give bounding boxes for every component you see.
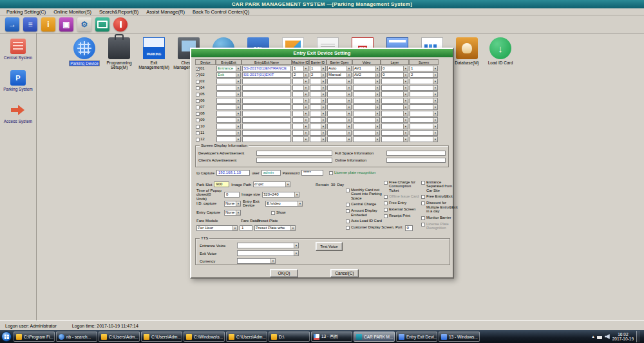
- barrier-id-select[interactable]: ▾: [310, 91, 326, 97]
- machine-id-select[interactable]: ▾: [292, 111, 308, 116]
- device-checkbox[interactable]: [196, 86, 200, 90]
- video-select[interactable]: ▾: [353, 85, 380, 91]
- layer-select[interactable]: ▾: [381, 85, 408, 91]
- network-icon[interactable]: [597, 334, 602, 339]
- chevron-down-icon[interactable]: ▾: [346, 111, 351, 116]
- start-button[interactable]: [1, 331, 12, 342]
- taskbar-item[interactable]: Entry Exit Devi...: [396, 331, 437, 342]
- machine-id-select[interactable]: 2▾: [292, 72, 308, 78]
- chevron-down-icon[interactable]: ▾: [346, 105, 351, 109]
- barrier-open-select[interactable]: ▾: [327, 91, 352, 97]
- entry-exit-name-input[interactable]: [242, 130, 291, 136]
- barrier-open-select[interactable]: ▾: [327, 79, 352, 84]
- chevron-down-icon[interactable]: ▾: [433, 131, 437, 135]
- chevron-down-icon[interactable]: ▾: [321, 137, 325, 142]
- menu-online-monitor-s[interactable]: Online Monitor(S): [50, 9, 95, 15]
- id-capture-select[interactable]: None▾: [224, 201, 241, 207]
- offline-issue-card-checkbox[interactable]: [384, 195, 388, 199]
- chevron-down-icon[interactable]: ▾: [321, 86, 325, 90]
- entry-exit-select[interactable]: ▾: [216, 136, 241, 142]
- free-charge-for-consumption-ticket-checkbox[interactable]: [384, 181, 388, 185]
- chevron-down-icon[interactable]: ▾: [321, 124, 325, 129]
- chevron-down-icon[interactable]: ▾: [375, 66, 379, 71]
- chevron-down-icon[interactable]: ▾: [403, 111, 408, 116]
- layer-select[interactable]: 0▾: [381, 72, 408, 78]
- desktop-icon-exit-management[interactable]: PARKINGExit Management(M): [138, 37, 169, 70]
- chevron-down-icon[interactable]: ▾: [303, 98, 308, 103]
- chevron-down-icon[interactable]: ▾: [433, 111, 437, 116]
- dialog-titlebar[interactable]: Entry Exit Device Setting: [191, 49, 453, 57]
- chevron-down-icon[interactable]: ▾: [403, 66, 408, 71]
- entry-exit-select[interactable]: ▾: [216, 79, 241, 84]
- entry-exit-select[interactable]: ▾: [216, 111, 241, 116]
- chevron-down-icon[interactable]: ▾: [236, 73, 240, 77]
- chevron-down-icon[interactable]: ▾: [375, 73, 379, 77]
- entry-exit-name-input[interactable]: [242, 117, 291, 123]
- entry-exit-name-input[interactable]: [242, 104, 291, 110]
- machine-id-select[interactable]: ▾: [292, 85, 308, 91]
- screen-select[interactable]: ▾: [410, 130, 438, 136]
- client-s-advertisement-input[interactable]: [256, 158, 332, 163]
- chevron-down-icon[interactable]: ▾: [403, 73, 408, 77]
- menu-assist-manage-r[interactable]: Assist Manage(R): [142, 9, 189, 15]
- entrance-separated-from-car-site-checkbox[interactable]: [421, 181, 425, 185]
- discount-for-multiple-entry-exit-in-a-day-checkbox[interactable]: [421, 201, 425, 205]
- layer-select[interactable]: ▾: [381, 117, 408, 123]
- device-checkbox[interactable]: [196, 106, 200, 109]
- entry-exit-name-input[interactable]: SS-2017(01)EXIT: [242, 72, 291, 78]
- taskbar-item[interactable]: C:\Windows\s...: [184, 331, 225, 342]
- entry-exit-select[interactable]: ▾: [216, 91, 241, 97]
- image-size-select[interactable]: 320×240▾: [262, 192, 299, 198]
- device-checkbox[interactable]: [196, 112, 200, 116]
- barrier-open-select[interactable]: Manual▾: [327, 72, 352, 78]
- lpr-checkbox[interactable]: [329, 171, 333, 175]
- entry-exit-name-input[interactable]: [242, 124, 291, 129]
- entrance-voice-select[interactable]: ▾: [237, 243, 299, 248]
- chevron-down-icon[interactable]: ▾: [375, 131, 379, 135]
- machine-id-select[interactable]: ▾: [292, 130, 308, 136]
- chevron-down-icon[interactable]: ▾: [321, 79, 325, 84]
- chevron-down-icon[interactable]: ▾: [346, 124, 351, 129]
- chevron-down-icon[interactable]: ▾: [321, 73, 325, 77]
- layer-select[interactable]: ▾: [381, 79, 408, 84]
- taskbar-item[interactable]: nb - search...: [56, 331, 97, 342]
- test-voice-button[interactable]: Test Voice: [316, 242, 343, 251]
- chevron-down-icon[interactable]: ▾: [375, 118, 379, 122]
- barrier-id-select[interactable]: 1▾: [310, 66, 326, 71]
- chevron-down-icon[interactable]: ▾: [270, 259, 275, 263]
- chevron-down-icon[interactable]: ▾: [236, 98, 240, 103]
- screen-select[interactable]: ▾: [410, 85, 438, 91]
- taskbar-clock[interactable]: 16:02 2017-10-19: [612, 332, 634, 342]
- chevron-down-icon[interactable]: ▾: [321, 66, 325, 71]
- chevron-down-icon[interactable]: ▾: [433, 86, 437, 90]
- barrier-id-select[interactable]: ▾: [310, 79, 326, 84]
- machine-id-select[interactable]: 1▾: [292, 66, 308, 71]
- machine-id-select[interactable]: ▾: [292, 104, 308, 110]
- device-checkbox[interactable]: [196, 131, 200, 135]
- customer-display-screen-port-checkbox[interactable]: [346, 226, 350, 230]
- chevron-down-icon[interactable]: ▾: [303, 111, 308, 116]
- device-checkbox[interactable]: [196, 118, 200, 122]
- chevron-down-icon[interactable]: ▾: [375, 111, 379, 116]
- amount-display-embeded-checkbox[interactable]: [346, 209, 350, 213]
- layer-select[interactable]: ▾: [381, 136, 408, 142]
- chevron-down-icon[interactable]: ▾: [321, 105, 325, 109]
- chevron-down-icon[interactable]: ▾: [403, 105, 408, 109]
- entry-exit-select[interactable]: Entrance▾: [216, 66, 241, 71]
- receipt-print-checkbox[interactable]: [384, 214, 388, 218]
- barrier-id-select[interactable]: ▾: [310, 130, 326, 136]
- barrier-id-select[interactable]: 2▾: [310, 72, 326, 78]
- barrier-id-select[interactable]: ▾: [310, 98, 326, 104]
- taskbar-item[interactable]: D:\: [269, 331, 310, 342]
- layer-select[interactable]: ▾: [381, 124, 408, 129]
- park-slot-input[interactable]: 900: [214, 181, 229, 187]
- entry-exit-name-input[interactable]: [242, 85, 291, 91]
- entry-exit-name-input[interactable]: [242, 111, 291, 116]
- chevron-down-icon[interactable]: ▾: [303, 124, 308, 129]
- chevron-down-icon[interactable]: ▾: [290, 226, 295, 230]
- password-input[interactable]: *****: [301, 170, 323, 176]
- chevron-down-icon[interactable]: ▾: [375, 86, 379, 90]
- ledger-icon[interactable]: ≡: [23, 17, 37, 32]
- preset-plate-select[interactable]: Preset Plate whe▾: [254, 225, 296, 231]
- entry-exit-name-input[interactable]: SS-2017(01)ENTRANCE: [242, 66, 291, 71]
